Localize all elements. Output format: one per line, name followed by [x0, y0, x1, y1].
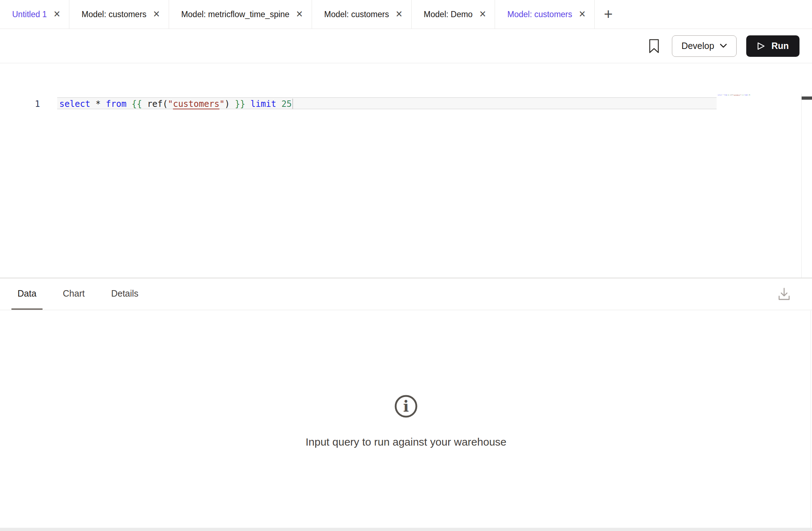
tab-label: Model: customers — [507, 10, 572, 19]
code-token — [245, 99, 250, 109]
svg-text:i: i — [403, 398, 409, 415]
app-root: Untitled 1✕Model: customers✕Model: metri… — [0, 0, 812, 531]
close-icon[interactable]: ✕ — [153, 10, 160, 19]
results-tab-chart[interactable]: Chart — [57, 278, 91, 310]
tab-label: Model: customers — [81, 10, 147, 19]
bottom-strip — [0, 528, 812, 531]
run-button[interactable]: Run — [746, 35, 799, 57]
code-token: from — [106, 99, 127, 109]
code-token: ) — [224, 99, 229, 109]
info-icon: i — [394, 394, 418, 418]
close-icon[interactable]: ✕ — [395, 10, 402, 19]
editor-tab[interactable]: Model: customers✕ — [69, 0, 169, 29]
editor-scrollbar-track[interactable] — [801, 94, 812, 278]
editor-scrollbar-thumb[interactable] — [802, 96, 812, 100]
close-icon[interactable]: ✕ — [479, 10, 486, 19]
code-token: ( — [163, 99, 168, 109]
develop-button-label: Develop — [682, 41, 714, 51]
code-token: " — [219, 99, 224, 109]
editor-tab[interactable]: Model: Demo✕ — [412, 0, 495, 29]
run-button-label: Run — [771, 41, 789, 51]
code-token: from — [724, 94, 727, 96]
editor-caret — [292, 99, 293, 109]
code-token — [90, 99, 95, 109]
tab-label: Model: Demo — [424, 10, 473, 19]
code-token: {{ — [132, 99, 142, 109]
code-token: select — [59, 99, 90, 109]
close-icon[interactable]: ✕ — [53, 10, 60, 19]
code-token — [142, 99, 147, 109]
code-token: customers — [734, 94, 740, 96]
code-token: limit — [251, 99, 276, 109]
code-token: * — [95, 99, 100, 109]
code-token: limit — [744, 94, 748, 96]
editor-code-line[interactable]: select * from {{ ref("customers") }} lim… — [59, 98, 292, 110]
develop-button[interactable]: Develop — [672, 35, 737, 57]
tab-label: Model: customers — [324, 10, 389, 19]
editor-tab[interactable]: Model: customers✕ — [312, 0, 412, 29]
code-token: ref — [147, 99, 163, 109]
editor-tab[interactable]: Model: customers✕ — [495, 0, 595, 29]
editor-minimap: select * from {{ ref("customers") }} lim… — [718, 94, 801, 116]
code-token: " — [168, 99, 173, 109]
code-token — [276, 99, 281, 109]
code-token: 25 — [749, 94, 750, 96]
code-token: select — [718, 94, 722, 96]
tab-bar: Untitled 1✕Model: customers✕Model: metri… — [0, 0, 812, 29]
plus-icon: + — [604, 6, 613, 23]
play-icon — [757, 42, 765, 50]
window-scrollbar-track[interactable] — [811, 311, 811, 528]
code-token — [127, 99, 132, 109]
results-empty-state: i Input query to run against your wareho… — [0, 394, 812, 448]
code-token: 25 — [281, 99, 292, 109]
tab-list: Untitled 1✕Model: customers✕Model: metri… — [0, 0, 595, 29]
minimap-code-line: select * from {{ ref("customers") }} lim… — [718, 94, 729, 96]
editor-tab[interactable]: Model: metricflow_time_spine✕ — [169, 0, 312, 29]
close-icon[interactable]: ✕ — [579, 10, 586, 19]
new-tab-button[interactable]: + — [595, 0, 622, 29]
results-tab-details[interactable]: Details — [105, 278, 144, 310]
results-tab-bar: DataChartDetails — [0, 278, 812, 310]
close-icon[interactable]: ✕ — [296, 10, 303, 19]
editor-tab[interactable]: Untitled 1✕ — [0, 0, 69, 29]
code-token: customers — [173, 99, 219, 109]
tab-label: Model: metricflow_time_spine — [181, 10, 289, 19]
download-icon — [778, 287, 791, 301]
chevron-down-icon — [720, 44, 727, 48]
code-token — [101, 99, 106, 109]
bookmark-icon[interactable] — [648, 39, 660, 54]
code-token: }} — [235, 99, 245, 109]
tab-label: Untitled 1 — [12, 10, 47, 19]
code-token — [230, 99, 235, 109]
sql-editor[interactable]: 1 select * from {{ ref("customers") }} l… — [0, 64, 812, 278]
download-button[interactable] — [773, 278, 795, 310]
results-tab-data[interactable]: Data — [11, 278, 43, 310]
toolbar: Develop Run — [0, 29, 812, 63]
editor-line-number: 1 — [0, 98, 57, 110]
empty-state-message: Input query to run against your warehous… — [0, 436, 812, 448]
